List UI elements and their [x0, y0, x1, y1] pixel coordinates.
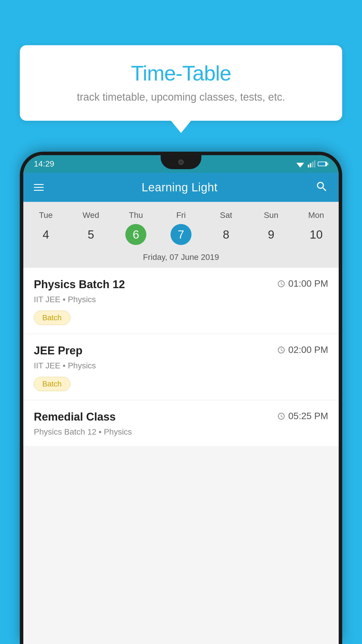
day-column[interactable]: Sat8: [207, 211, 245, 245]
event-header: JEE Prep02:00 PM: [34, 344, 328, 357]
day-column[interactable]: Thu6: [117, 211, 155, 245]
clock-icon: [277, 412, 285, 420]
day-number[interactable]: 9: [261, 224, 282, 245]
day-number[interactable]: 4: [35, 224, 56, 245]
event-item[interactable]: Remedial Class05:25 PMPhysics Batch 12 •…: [23, 400, 339, 446]
event-list: Physics Batch 1201:00 PMIIT JEE • Physic…: [23, 268, 339, 446]
search-button[interactable]: [315, 180, 328, 194]
day-number[interactable]: 7: [171, 224, 191, 245]
day-column[interactable]: Fri7: [162, 211, 200, 245]
speech-bubble: Time-Table track timetable, upcoming cla…: [20, 45, 342, 121]
app-bar: Learning Light: [23, 173, 339, 202]
bubble-title: Time-Table: [37, 61, 325, 85]
hamburger-menu-button[interactable]: [34, 184, 44, 191]
svg-marker-2: [299, 165, 302, 167]
event-time: 05:25 PM: [277, 411, 328, 421]
svg-rect-5: [312, 162, 313, 167]
day-number[interactable]: 6: [125, 224, 146, 245]
svg-rect-4: [310, 163, 311, 167]
date-label: Friday, 07 June 2019: [23, 248, 339, 268]
day-column[interactable]: Wed5: [72, 211, 110, 245]
day-number[interactable]: 10: [306, 224, 327, 245]
event-header: Remedial Class05:25 PM: [34, 411, 328, 423]
days-row: Tue4Wed5Thu6Fri7Sat8Sun9Mon10: [23, 208, 339, 248]
batch-badge: Batch: [34, 311, 70, 325]
status-icons: [296, 160, 328, 167]
svg-rect-6: [314, 160, 315, 167]
phone-notch: [161, 155, 201, 169]
svg-rect-9: [327, 163, 328, 165]
day-name: Sun: [264, 211, 278, 220]
event-time: 02:00 PM: [277, 344, 328, 355]
day-name: Thu: [129, 211, 143, 220]
status-time: 14:29: [34, 159, 54, 169]
svg-rect-3: [308, 164, 309, 167]
signal-icon: [307, 160, 315, 167]
clock-icon: [277, 280, 285, 288]
wifi-icon: [296, 160, 305, 167]
event-meta: IIT JEE • Physics: [34, 295, 328, 304]
event-meta: Physics Batch 12 • Physics: [34, 427, 328, 437]
event-header: Physics Batch 1201:00 PM: [34, 278, 328, 291]
bubble-subtitle: track timetable, upcoming classes, tests…: [37, 91, 325, 103]
camera-dot: [178, 160, 184, 165]
phone-screen: 14:29: [23, 155, 339, 644]
day-name: Fri: [176, 211, 186, 220]
day-name: Sat: [220, 211, 232, 220]
speech-bubble-container: Time-Table track timetable, upcoming cla…: [20, 45, 342, 121]
day-name: Wed: [82, 211, 99, 220]
day-column[interactable]: Sun9: [252, 211, 290, 245]
calendar-section: Tue4Wed5Thu6Fri7Sat8Sun9Mon10 Friday, 07…: [23, 202, 339, 268]
app-title: Learning Light: [44, 181, 315, 194]
day-number[interactable]: 8: [216, 224, 237, 245]
battery-icon: [318, 161, 328, 167]
batch-badge: Batch: [34, 377, 70, 391]
phone-frame: 14:29: [20, 152, 342, 644]
event-item[interactable]: Physics Batch 1201:00 PMIIT JEE • Physic…: [23, 268, 339, 334]
day-number[interactable]: 5: [80, 224, 101, 245]
svg-rect-8: [318, 162, 325, 166]
event-meta: IIT JEE • Physics: [34, 361, 328, 370]
day-name: Tue: [39, 211, 53, 220]
event-name: Remedial Class: [34, 411, 116, 423]
event-time: 01:00 PM: [277, 278, 328, 289]
day-column[interactable]: Tue4: [27, 211, 65, 245]
event-name: Physics Batch 12: [34, 278, 125, 291]
day-name: Mon: [308, 211, 324, 220]
clock-icon: [277, 346, 285, 354]
event-item[interactable]: JEE Prep02:00 PMIIT JEE • PhysicsBatch: [23, 334, 339, 400]
day-column[interactable]: Mon10: [297, 211, 335, 245]
event-name: JEE Prep: [34, 344, 82, 357]
